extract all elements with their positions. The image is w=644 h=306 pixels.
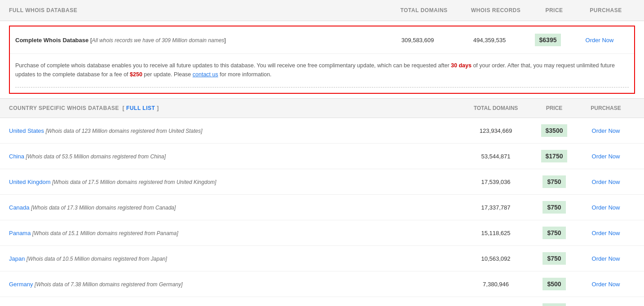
- country-name-col: United Kingdom [Whois data of 17.5 Milli…: [9, 179, 460, 185]
- country-price-badge: $750: [543, 252, 565, 265]
- country-desc: [Whois data of 17.5 Million domains regi…: [52, 179, 216, 185]
- table-row: Germany [Whois data of 7.38 Million doma…: [0, 271, 644, 297]
- country-name-col: Canada [Whois data of 17.3 Million domai…: [9, 204, 460, 211]
- country-purchase-col: Order Now: [577, 153, 635, 160]
- featured-price-col: $6395: [525, 34, 570, 46]
- featured-row: Complete Whois Database [All whois recor…: [10, 26, 634, 54]
- country-header-price: PRICE: [532, 105, 577, 111]
- country-total-domains: 17,337,787: [460, 204, 532, 211]
- country-name-link[interactable]: Japan: [9, 255, 25, 262]
- country-name-col: China [Whois data of 53.5 Million domain…: [9, 153, 460, 160]
- country-purchase-col: Order Now: [577, 281, 635, 288]
- header-col-purchase: PURCHASE: [577, 7, 635, 13]
- country-order-now-link[interactable]: Order Now: [592, 127, 620, 134]
- header-col-domains: TOTAL DOMAINS: [388, 7, 460, 13]
- page-wrapper: FULL WHOIS DATABASE TOTAL DOMAINS WHOIS …: [0, 0, 644, 306]
- table-row: Canada [Whois data of 17.3 Million domai…: [0, 195, 644, 220]
- country-order-now-link[interactable]: Order Now: [592, 230, 620, 236]
- country-name-col: Panama [Whois data of 15.1 Million domai…: [9, 230, 460, 236]
- country-price-badge: $750: [543, 227, 565, 239]
- country-price-col: $750: [532, 201, 577, 214]
- header-col-price: PRICE: [532, 7, 577, 13]
- table-row: Panama [Whois data of 15.1 Million domai…: [0, 220, 644, 246]
- country-total-domains: 10,563,092: [460, 255, 532, 262]
- featured-price-badge: $6395: [535, 34, 561, 46]
- country-desc: [Whois data of 10.5 Million domains regi…: [26, 256, 167, 262]
- featured-contact-link[interactable]: contact us: [193, 71, 218, 78]
- country-total-domains: 15,118,625: [460, 230, 532, 236]
- country-price-badge: $3500: [541, 124, 568, 137]
- featured-note-highlight1: 30 days: [451, 62, 472, 69]
- table-row: United States [Whois data of 123 Million…: [0, 118, 644, 144]
- full-list-link[interactable]: FULL LIST: [126, 105, 155, 111]
- country-price-col: $500: [532, 303, 577, 306]
- featured-name-col: Complete Whois Database [All whois recor…: [15, 37, 382, 44]
- featured-note-line1: Purchase of complete whois database enab…: [15, 62, 450, 69]
- featured-divider: [15, 87, 629, 87]
- country-order-now-link[interactable]: Order Now: [592, 204, 620, 211]
- country-price-badge: $750: [543, 201, 565, 214]
- country-purchase-col: Order Now: [577, 179, 635, 185]
- country-name-link[interactable]: China: [9, 153, 24, 160]
- country-name-link[interactable]: Panama: [9, 230, 31, 236]
- country-order-now-link[interactable]: Order Now: [592, 153, 620, 160]
- featured-desc: All whois records we have of 309 Million…: [92, 37, 225, 44]
- country-desc: [Whois data of 7.38 Million domains regi…: [35, 281, 182, 288]
- country-total-domains: 123,934,669: [460, 127, 532, 134]
- table-row: China [Whois data of 53.5 Million domain…: [0, 144, 644, 169]
- featured-whois-records: 494,359,535: [454, 37, 525, 44]
- table-row: Australia [Whois data of 6.14 Million do…: [0, 297, 644, 306]
- country-list: United States [Whois data of 123 Million…: [0, 118, 644, 306]
- country-name-col: Japan [Whois data of 10.5 Million domain…: [9, 255, 460, 262]
- country-name-link[interactable]: United Kingdom: [9, 179, 51, 185]
- country-price-col: $500: [532, 278, 577, 290]
- featured-note-line4: for more information.: [220, 71, 271, 78]
- country-total-domains: 7,380,946: [460, 281, 532, 288]
- country-purchase-col: Order Now: [577, 230, 635, 236]
- country-desc: [Whois data of 53.5 Million domains regi…: [26, 153, 166, 160]
- country-price-badge: $750: [543, 175, 565, 188]
- country-name-link[interactable]: United States: [9, 127, 44, 134]
- featured-product-name: Complete Whois Database: [15, 37, 88, 44]
- country-total-domains: 17,539,036: [460, 179, 532, 185]
- country-desc: [Whois data of 15.1 Million domains regi…: [32, 230, 178, 236]
- country-price-col: $750: [532, 252, 577, 265]
- country-section-title: COUNTRY SPECIFIC WHOIS DATABASE [ FULL L…: [9, 105, 460, 111]
- country-total-domains: 53,544,871: [460, 153, 532, 160]
- country-desc: [Whois data of 17.3 Million domains regi…: [31, 205, 176, 211]
- country-purchase-col: Order Now: [577, 127, 635, 134]
- country-order-now-link[interactable]: Order Now: [592, 281, 620, 288]
- country-section-header: COUNTRY SPECIFIC WHOIS DATABASE [ FULL L…: [0, 98, 644, 118]
- featured-purchase-col: Order Now: [570, 37, 629, 44]
- header-col-whois: WHOIS RECORDS: [460, 7, 532, 13]
- country-price-col: $750: [532, 227, 577, 239]
- country-price-badge: $1750: [541, 150, 568, 162]
- featured-note: Purchase of complete whois database enab…: [10, 54, 634, 83]
- country-section-title-text: COUNTRY SPECIFIC WHOIS DATABASE: [9, 105, 119, 111]
- table-row: Japan [Whois data of 10.5 Million domain…: [0, 246, 644, 271]
- featured-note-line3: per update. Please: [144, 71, 191, 78]
- country-purchase-col: Order Now: [577, 255, 635, 262]
- featured-name-bracket-close: ]: [224, 37, 226, 44]
- country-desc: [Whois data of 123 Million domains regis…: [46, 128, 203, 134]
- country-name-link[interactable]: Germany: [9, 281, 33, 288]
- featured-note-highlight2: $250: [130, 71, 142, 78]
- country-price-badge: $500: [543, 278, 565, 290]
- country-purchase-col: Order Now: [577, 204, 635, 211]
- table-row: United Kingdom [Whois data of 17.5 Milli…: [0, 169, 644, 195]
- country-name-col: Germany [Whois data of 7.38 Million doma…: [9, 281, 460, 288]
- country-price-badge: $500: [543, 303, 565, 306]
- featured-order-now-link[interactable]: Order Now: [586, 37, 614, 44]
- country-order-now-link[interactable]: Order Now: [592, 255, 620, 262]
- country-order-now-link[interactable]: Order Now: [592, 179, 620, 185]
- featured-box: Complete Whois Database [All whois recor…: [9, 26, 635, 94]
- country-header-domains: TOTAL DOMAINS: [460, 105, 532, 111]
- country-name-col: United States [Whois data of 123 Million…: [9, 127, 460, 134]
- country-name-link[interactable]: Canada: [9, 204, 30, 211]
- country-price-col: $750: [532, 175, 577, 188]
- country-price-col: $1750: [532, 150, 577, 162]
- header-col-name: FULL WHOIS DATABASE: [9, 7, 388, 13]
- country-header-purchase: PURCHASE: [577, 105, 635, 111]
- country-price-col: $3500: [532, 124, 577, 137]
- main-header-row: FULL WHOIS DATABASE TOTAL DOMAINS WHOIS …: [0, 0, 644, 21]
